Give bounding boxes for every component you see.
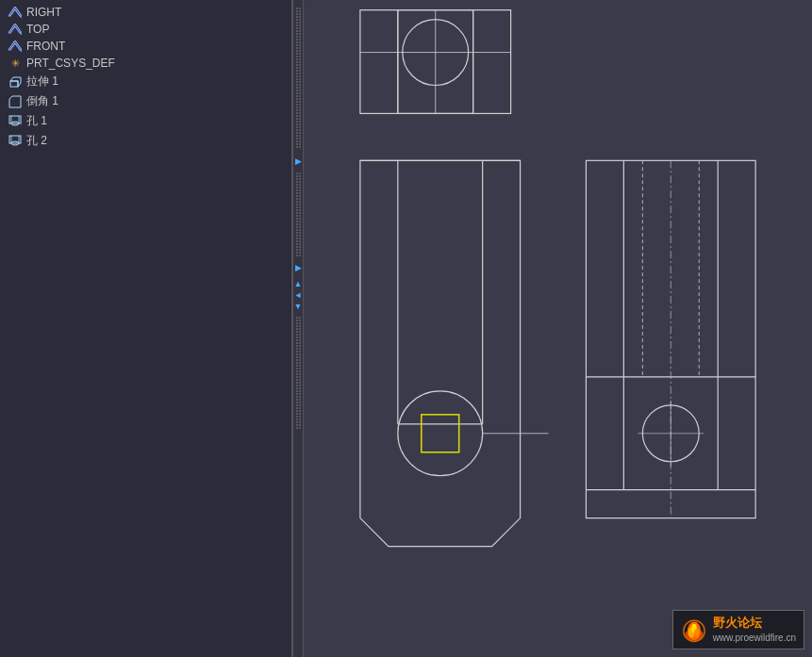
svg-marker-0 [8,7,22,16]
model-tree-panel: RIGHT TOP FRONT ✳ PRT_CSYS_DEF [0,0,292,657]
tree-item-csys[interactable]: ✳ PRT_CSYS_DEF [0,55,291,72]
panel-divider[interactable]: ▶ ▶ ▲ ◄ [292,0,304,657]
csys-icon: ✳ [8,57,23,70]
plane-icon [8,6,23,19]
hole2-icon [8,135,23,148]
svg-rect-18 [304,1,812,657]
tree-label-right: RIGHT [26,6,61,19]
expand-arrow-2[interactable]: ▶ [295,263,302,272]
watermark-url: www.proewildfire.cn [713,632,796,645]
tree-item-hole2[interactable]: 孔 2 [0,131,291,151]
tree-item-extrude1[interactable]: 拉伸 1 [0,72,291,91]
tree-label-chamfer1: 倒角 1 [26,93,58,109]
watermark: 野火论坛 www.proewildfire.cn [672,610,804,649]
plane-icon-front [8,40,23,53]
expand-arrow-1[interactable]: ▶ [295,156,302,166]
cad-drawing [304,0,812,657]
nav-arrow-up[interactable]: ▲ [294,279,303,288]
svg-marker-4 [8,41,22,50]
plane-icon-top [8,23,23,36]
tree-item-front[interactable]: FRONT [0,38,291,55]
tree-label-top: TOP [26,23,49,36]
extrude-icon [8,75,23,89]
tree-item-top[interactable]: TOP [0,21,291,38]
chamfer-icon [8,95,23,108]
watermark-brand: 野火论坛 [713,615,796,632]
tree-label-hole2: 孔 2 [26,133,47,149]
hole1-icon [8,115,23,128]
svg-point-51 [694,629,700,636]
svg-marker-2 [8,24,22,33]
tree-label-hole1: 孔 1 [26,113,47,129]
watermark-label: 野火论坛 www.proewildfire.cn [713,615,796,645]
tree-item-hole1[interactable]: 孔 1 [0,111,291,131]
tree-label-front: FRONT [26,40,65,53]
tree-item-right[interactable]: RIGHT [0,4,291,21]
tree-label-csys: PRT_CSYS_DEF [26,57,115,70]
tree-label-extrude1: 拉伸 1 [26,74,58,90]
cad-viewport[interactable]: 野火论坛 www.proewildfire.cn [304,0,812,657]
svg-line-9 [9,96,12,99]
nav-arrow-down[interactable]: ▼ [294,302,303,311]
tree-item-chamfer1[interactable]: 倒角 1 [0,91,291,111]
watermark-logo-icon [681,616,707,643]
svg-marker-7 [10,77,21,87]
nav-arrow-left[interactable]: ◄ [294,290,303,300]
svg-rect-6 [10,81,18,87]
